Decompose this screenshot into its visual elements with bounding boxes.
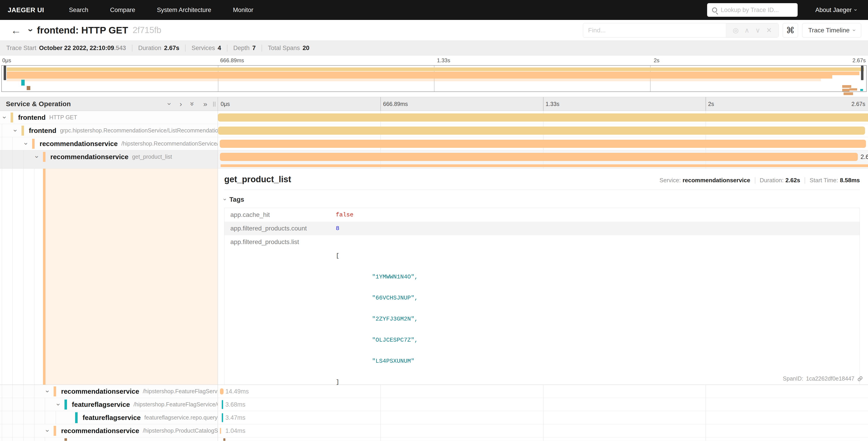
tag-key: app.filtered_products.count [224,222,336,235]
chevron-down-icon[interactable]: › [1,116,9,119]
expand-all-icon[interactable]: » [203,100,207,108]
tag-row: app.filtered_products.list [ "1YMWWN1N4O… [224,235,860,403]
span-bar[interactable] [222,413,223,422]
span-operation: /hipstershop.FeatureFlagService/Ge... [133,401,218,408]
minimap-right-drag-handle[interactable] [861,66,864,80]
span-service[interactable]: frontend [29,127,57,135]
summary-value: 20 [303,45,309,52]
tags-section-toggle[interactable]: › Tags [224,196,860,203]
chevron-down-icon[interactable]: › [44,390,52,392]
tick-label: 1.33s [546,101,559,107]
span-color-bar [32,139,35,149]
command-icon: ⌘ [786,25,795,35]
span-row[interactable]: › frontend HTTP GET [0,111,868,124]
focus-match-icon[interactable]: ◎ [733,26,739,34]
minimap-span-tick [849,88,857,91]
top-nav: JAEGER UI Search Compare System Architec… [0,0,868,20]
span-bar[interactable] [220,428,221,434]
chevron-down-icon[interactable]: › [33,156,41,158]
expand-one-icon[interactable]: › [180,100,182,108]
prev-match-icon[interactable]: ∧ [744,26,749,34]
span-bar[interactable] [222,400,223,409]
chevron-down-icon[interactable]: › [12,129,20,132]
span-service[interactable]: featureflagservice [83,414,141,421]
tag-key: app.cache_hit [224,208,336,222]
span-duration-label: 3.68ms [225,401,246,408]
tick-label: 666.89ms [220,57,244,64]
nav-item-search[interactable]: Search [69,6,89,13]
ruler-gridline [380,97,381,111]
trace-title[interactable]: frontend: HTTP GET [37,25,128,36]
collapse-all-icon[interactable]: » [189,102,196,106]
summary-label: Services [191,45,215,52]
span-detail-tree-column [0,169,218,385]
find-bar: ◎ ∧ ∨ ✕ [583,23,779,37]
meta-value: 8.58ms [840,177,860,184]
minimap-left-drag-handle[interactable] [4,66,6,80]
span-bar[interactable] [223,438,225,441]
span-bar[interactable] [220,388,223,394]
nav-item-system-architecture[interactable]: System Architecture [157,6,211,13]
trace-minimap[interactable] [1,65,867,92]
span-duration-label: 3.47ms [225,414,246,421]
span-row-partial[interactable] [0,437,868,441]
chevron-down-icon[interactable]: › [44,430,52,432]
span-bar[interactable] [218,126,865,135]
span-detail-meta: Service: recommendationservice Duration:… [659,177,860,184]
summary-value: 7 [252,45,256,52]
span-bar[interactable] [220,140,866,148]
chevron-down-icon[interactable]: › [22,143,30,145]
tag-value: 8 [336,222,860,235]
clear-find-icon[interactable]: ✕ [766,26,772,34]
meta-label: Service: [659,177,681,184]
collapse-one-icon[interactable]: › [166,103,173,105]
span-color-bar [11,113,13,122]
service-operation-header: Service & Operation › › » » [0,97,218,111]
span-bar[interactable] [220,153,858,161]
column-resizer-handle[interactable] [213,101,215,107]
trace-id-search-input[interactable] [721,6,793,13]
tags-section-label: Tags [229,196,244,203]
find-input[interactable] [583,23,726,37]
span-row[interactable]: › recommendationservice /hipstershop.Pro… [0,424,868,437]
about-jaeger-menu[interactable]: About Jaeger › [815,6,857,13]
span-bar[interactable] [218,113,868,122]
timeline-grid-header: Service & Operation › › » » 0μs 666.89ms… [0,97,868,111]
span-row-selected[interactable]: › recommendationservice get_product_list… [0,150,868,169]
next-match-icon[interactable]: ∨ [755,26,760,34]
span-row[interactable]: › recommendationservice /hipstershop.Fea… [0,385,868,398]
span-bar-echo [221,164,868,167]
span-operation: grpc.hipstershop.RecommendationService/L… [60,127,218,134]
trace-view-select[interactable]: Trace Timeline › [802,23,861,37]
summary-depth: Depth 7 [227,45,256,52]
nav-item-compare[interactable]: Compare [110,6,135,13]
span-service[interactable]: recommendationservice [51,153,128,161]
span-duration-label: 1.04ms [225,427,246,434]
span-service[interactable]: recommendationservice [61,427,139,435]
span-row[interactable]: › frontend grpc.hipstershop.Recommendati… [0,124,868,137]
minimap-span-tick [21,80,25,86]
span-color-bar [43,152,45,162]
span-service[interactable]: frontend [18,114,46,121]
span-service[interactable]: recommendationservice [61,388,139,395]
service-operation-title: Service & Operation [6,100,71,108]
span-service[interactable]: recommendationservice [40,140,118,148]
span-service[interactable]: featureflagservice [72,401,130,408]
tick-label: 0μs [2,57,11,64]
span-rows: › frontend HTTP GET › frontend g [0,111,868,441]
ruler-gridline [706,97,706,111]
span-row[interactable]: › recommendationservice /hipstershop.Rec… [0,137,868,150]
trace-summary-bar: Trace Start October 22 2022, 22:10:09 .5… [0,40,868,56]
nav-item-monitor[interactable]: Monitor [233,6,253,13]
trace-collapse-chevron-icon[interactable]: › [26,29,36,32]
back-button[interactable]: ← [11,25,21,35]
chevron-down-icon: › [851,29,857,31]
link-icon[interactable] [857,376,863,382]
span-row[interactable]: featureflagservice featureflagservice.re… [0,411,868,424]
chevron-down-icon[interactable]: › [55,404,62,406]
span-color-shade [45,169,218,385]
span-row[interactable]: › featureflagservice /hipstershop.Featur… [0,398,868,411]
keyboard-shortcuts-button[interactable]: ⌘ [783,23,798,37]
nav-brand[interactable]: JAEGER UI [8,6,44,14]
search-icon [712,7,717,12]
